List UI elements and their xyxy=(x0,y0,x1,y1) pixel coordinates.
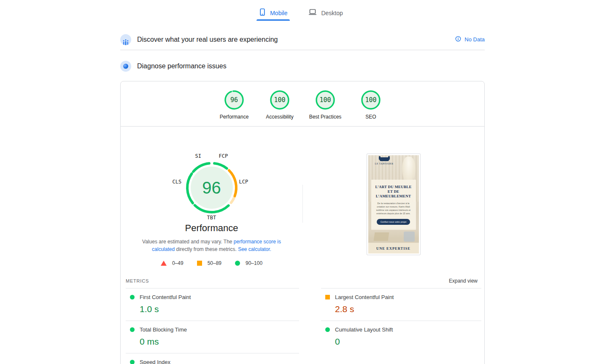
gauge-label-cls: CLS xyxy=(173,179,182,185)
final-screenshot-thumbnail[interactable]: LE TAPISSIER L’ART DU MEUBLE ET DE L’AME… xyxy=(367,154,421,255)
legend-range: 90–100 xyxy=(246,260,262,266)
metric-total-blocking-time: Total Blocking Time 0 ms xyxy=(126,321,299,353)
hero-cta-button: Confiez-nous votre projet xyxy=(377,219,410,225)
expand-view-button[interactable]: Expand view xyxy=(449,278,478,284)
score-disclaimer: Values are estimated and may vary. The p… xyxy=(134,238,289,253)
site-logo: LE TAPISSIER xyxy=(372,157,397,165)
gauge-label-tbt: TBT xyxy=(207,215,216,221)
lab-section-header: Diagnose performance issues xyxy=(120,57,485,75)
svg-text:96: 96 xyxy=(230,96,238,104)
metric-name: Cumulative Layout Shift xyxy=(335,326,393,333)
performance-gauge-pane: SI FCP CLS LCP TBT 96 Performance Values… xyxy=(121,127,302,266)
gauge-title: Performance xyxy=(185,223,238,234)
screenshot-footer-band: UNE EXPERTISE xyxy=(368,243,419,253)
pass-circle-icon xyxy=(130,295,135,299)
metrics-header: METRICS xyxy=(126,278,149,283)
tab-mobile-label: Mobile xyxy=(270,10,287,16)
lab-section-title: Diagnose performance issues xyxy=(137,62,227,70)
device-tabbar: Mobile Desktop xyxy=(0,0,602,23)
svg-text:100: 100 xyxy=(319,96,331,104)
tab-desktop[interactable]: Desktop xyxy=(306,7,345,23)
score-calculator-link[interactable]: See calculator. xyxy=(238,246,271,252)
disclaimer-text: directly from these metrics. xyxy=(175,246,238,252)
metric-cumulative-layout-shift: Cumulative Layout Shift 0 xyxy=(321,321,481,353)
furniture-decoration xyxy=(368,228,419,243)
legend-fail: 0–49 xyxy=(161,260,184,266)
field-data-section-header: Discover what your real users are experi… xyxy=(120,29,485,50)
field-data-title: Discover what your real users are experi… xyxy=(137,36,278,43)
svg-text:100: 100 xyxy=(274,96,285,104)
metric-name: Speed Index xyxy=(140,359,170,364)
score-best-practices[interactable]: 100 Best Practices xyxy=(309,90,341,120)
metrics-header-row: METRICS Expand view xyxy=(121,275,484,288)
metric-value: 2.8 s xyxy=(335,304,481,314)
legend-average: 50–89 xyxy=(197,260,221,266)
main-content: Discover what your real users are experi… xyxy=(120,29,485,364)
score-label: Performance xyxy=(220,114,249,120)
hero-card: L’ART DU MEUBLE ET DE L’AMEUBLEMENT De l… xyxy=(371,180,416,230)
desktop-laptop-icon xyxy=(308,9,317,17)
diagnose-beacon-icon xyxy=(120,61,131,72)
metric-value: 1.0 s xyxy=(140,304,299,314)
score-range-legend: 0–49 50–89 90–100 xyxy=(161,260,262,266)
legend-pass: 90–100 xyxy=(235,260,262,266)
pass-circle-icon xyxy=(130,360,135,364)
svg-text:100: 100 xyxy=(365,96,376,104)
gauge-label-si: SI xyxy=(195,153,201,159)
site-screenshot: LE TAPISSIER L’ART DU MEUBLE ET DE L’AME… xyxy=(368,155,419,253)
screenshot-footer-text: UNE EXPERTISE xyxy=(376,246,410,251)
average-square-icon xyxy=(197,261,202,266)
legend-range: 0–49 xyxy=(172,260,184,266)
gauge-label-lcp: LCP xyxy=(239,179,248,185)
metric-name: Total Blocking Time xyxy=(140,326,187,333)
lighthouse-report-card: 96 Performance 100 Accessibility 100 xyxy=(120,81,485,364)
tab-mobile[interactable]: Mobile xyxy=(256,7,290,23)
score-label: Accessibility xyxy=(266,114,293,120)
score-accessibility[interactable]: 100 Accessibility xyxy=(264,90,296,120)
metric-name: First Contentful Paint xyxy=(140,294,191,300)
metric-value: 0 ms xyxy=(140,337,299,347)
tab-desktop-label: Desktop xyxy=(321,10,343,16)
average-square-icon xyxy=(325,295,330,299)
score-performance[interactable]: 96 Performance xyxy=(218,90,250,120)
gauge-label-fcp: FCP xyxy=(219,153,228,159)
performance-gauge: SI FCP CLS LCP TBT 96 xyxy=(184,160,239,215)
info-icon xyxy=(455,36,461,43)
disclaimer-text: Values are estimated and may vary. The xyxy=(142,239,234,245)
pass-circle-icon xyxy=(325,327,330,332)
seo-score-ring: 100 xyxy=(361,90,381,110)
metric-name: Largest Contentful Paint xyxy=(335,294,394,300)
score-label: SEO xyxy=(365,114,376,120)
metric-speed-index: Speed Index 1.7 s xyxy=(126,353,299,364)
fail-triangle-icon xyxy=(161,261,167,266)
accessibility-score-ring: 100 xyxy=(270,90,290,110)
score-label: Best Practices xyxy=(309,114,342,120)
category-scores-row: 96 Performance 100 Accessibility 100 xyxy=(121,81,484,127)
sofa-logo-icon xyxy=(380,157,389,161)
real-users-chart-icon xyxy=(120,34,131,45)
final-screenshot-pane: LE TAPISSIER L’ART DU MEUBLE ET DE L’AME… xyxy=(302,127,484,266)
hero-heading: L’ART DU MEUBLE ET DE L’AMEUBLEMENT xyxy=(373,185,414,199)
metric-first-contentful-paint: First Contentful Paint 1.0 s xyxy=(126,288,299,321)
best-practices-score-ring: 100 xyxy=(315,90,335,110)
hero-body-text: De la restauration d’ancien à la créatio… xyxy=(373,202,414,215)
legend-range: 50–89 xyxy=(208,260,221,266)
metric-empty-cell xyxy=(321,353,481,364)
metric-largest-contentful-paint: Largest Contentful Paint 2.8 s xyxy=(321,288,481,321)
score-seo[interactable]: 100 SEO xyxy=(355,90,387,120)
performance-gauge-score: 96 xyxy=(184,160,239,215)
performance-score-ring: 96 xyxy=(224,90,244,110)
no-data-label: No Data xyxy=(464,36,485,43)
metric-value: 0 xyxy=(335,337,481,347)
pass-circle-icon xyxy=(235,261,240,266)
chandelier-decoration xyxy=(402,156,416,183)
pass-circle-icon xyxy=(130,327,135,332)
site-name: LE TAPISSIER xyxy=(372,162,397,165)
no-data-link[interactable]: No Data xyxy=(455,36,485,43)
metrics-grid: First Contentful Paint 1.0 s Largest Con… xyxy=(121,288,484,364)
performance-overview-row: SI FCP CLS LCP TBT 96 Performance Values… xyxy=(121,127,484,275)
mobile-phone-icon xyxy=(259,8,266,17)
